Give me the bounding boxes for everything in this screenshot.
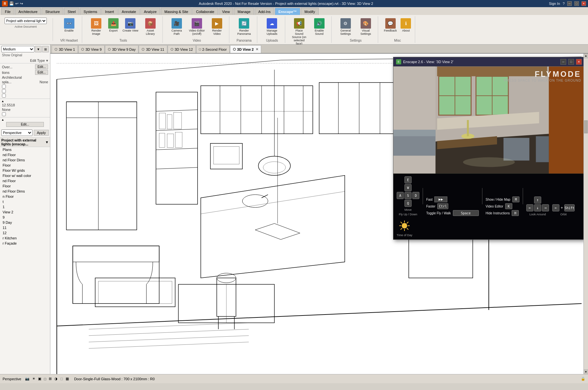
render-image-button[interactable]: 🖼 Render Image [87, 18, 106, 36]
view-item-2nd-floor-dims[interactable]: nd Floor Dims [0, 157, 50, 163]
view-item-kitchen[interactable]: r Kitchen [0, 235, 50, 241]
view-item-2nd-floor[interactable]: nd Floor [0, 152, 50, 157]
options-edit-btn[interactable]: Edit... [35, 70, 48, 75]
svg-marker-73 [393, 67, 436, 174]
place-sound-button[interactable]: 📢 Place Sound Source (on selected face) [290, 18, 309, 46]
type-selector-expand[interactable]: ▼ [35, 46, 42, 52]
tab-3dview2[interactable]: ⬡ 3D View 2 ✕ [230, 45, 261, 53]
sign-in-btn[interactable]: Sign In [549, 2, 560, 6]
view-item-11[interactable]: 11 [0, 225, 50, 230]
view-item-floor2[interactable]: Floor [0, 183, 50, 189]
view-item-floor-wall-color[interactable]: Floor w/ wall color [0, 173, 50, 178]
type-selector-dropdown[interactable]: Medium [1, 46, 34, 52]
view-list-header[interactable]: Project with external lights (enscap... … [0, 138, 50, 147]
svg-rect-19 [175, 132, 182, 147]
scroll-up-btn[interactable]: ▲ [584, 54, 588, 58]
view-item-facade[interactable]: r Façade [0, 241, 50, 246]
info-icon[interactable]: ? [563, 2, 565, 6]
minimize-btn[interactable]: ─ [567, 1, 572, 6]
status-isolate-icon: ▦ [66, 377, 69, 381]
tab-view[interactable]: View [219, 8, 234, 15]
view-item-nd-floor2[interactable]: nd Floor [0, 178, 50, 183]
collapse-icon-extra[interactable]: ▲ [1, 118, 4, 121]
video-editor-button[interactable]: 🎬 Video Editor (on/off) [187, 18, 206, 36]
overrides-edit-btn[interactable]: Edit... [35, 64, 48, 69]
enable-vr-button[interactable]: 👓 Enable [63, 18, 76, 33]
qat-redo[interactable]: ↪ [20, 1, 23, 6]
project-selector[interactable]: Project with external lights (enscap... [5, 18, 47, 24]
drawing-area[interactable]: FRONT RIG E Enscape 2.6 - View: '3D View… [50, 54, 588, 374]
move-label: Move [404, 208, 412, 211]
settings-buttons: ⚙ General Settings 🎨 Visual Settings [336, 16, 375, 39]
tab-3dview1[interactable]: ⬡ 3D View 1 [52, 45, 78, 53]
tab-steel[interactable]: Steel [64, 8, 79, 15]
tab-annotate[interactable]: Annotate [118, 8, 140, 15]
visual-settings-button[interactable]: 🎨 Visual Settings [356, 18, 375, 36]
apply-button[interactable]: Apply [34, 130, 49, 136]
qat-undo[interactable]: ↩ [15, 1, 19, 6]
tab-3dview11[interactable]: ⬡ 3D View 11 [139, 45, 167, 53]
general-settings-button[interactable]: ⚙ General Settings [336, 18, 355, 36]
extents-checkbox[interactable] [2, 112, 6, 116]
svg-rect-62 [95, 278, 175, 307]
tab-3dview2-close[interactable]: ✕ [256, 47, 258, 51]
tab-2ndfloor[interactable]: □ 2-Second Floor [196, 45, 230, 53]
tab-massing[interactable]: Massing & Site [161, 8, 192, 15]
tab-3dview9[interactable]: ⬡ 3D View 9 [78, 45, 105, 53]
view-item-12[interactable]: 12 [0, 230, 50, 235]
about-button[interactable]: ℹ About [399, 18, 412, 33]
enscape-close-btn[interactable]: ✕ [576, 59, 582, 65]
enscape-maximize-btn[interactable]: □ [568, 59, 574, 65]
tab-architecture[interactable]: Architecture [15, 8, 41, 15]
view-item-plans[interactable]: Plans [0, 147, 50, 152]
collapse-icon-scale[interactable]: ▲ [1, 100, 4, 103]
tab-insert[interactable]: Insert [101, 8, 118, 15]
parts-visibility-checkbox[interactable] [2, 89, 6, 93]
create-view-button[interactable]: 📷 Create View [121, 18, 140, 33]
tab-3dview12[interactable]: ⬡ 3D View 12 [168, 45, 196, 53]
scroll-down-btn[interactable]: ▼ [584, 370, 588, 374]
asset-library-button[interactable]: 📦 Asset Library [141, 18, 160, 36]
tab-3dview9day[interactable]: ⬡ 3D View 9 Day [105, 45, 139, 53]
view-item-9[interactable]: 9 [0, 215, 50, 220]
tab-enscape[interactable]: Enscape™ [275, 8, 300, 15]
view-item-nd-floor-dims[interactable]: nd Floor Dims [0, 189, 50, 194]
camera-path-button[interactable]: 🎥 Camera Path [167, 18, 186, 36]
tab-structure[interactable]: Structure [42, 8, 63, 15]
enscape-minimize-btn[interactable]: ─ [560, 59, 566, 65]
qat-save[interactable]: 💾 [9, 1, 14, 6]
view-item-t[interactable]: t [0, 199, 50, 204]
maximize-btn[interactable]: □ [574, 1, 579, 6]
view-item-1[interactable]: 1 [0, 204, 50, 209]
view-item-floor[interactable]: Floor [0, 163, 50, 168]
visibility-checkbox[interactable] [2, 94, 6, 98]
view-item-floor-grids[interactable]: Floor W/ grids [0, 168, 50, 173]
tab-addins[interactable]: Add-Ins [255, 8, 274, 15]
manage-uploads-button[interactable]: ☁ Manage Uploads [262, 18, 281, 36]
export-button[interactable]: 📤 Export [107, 18, 120, 33]
view-item-view2[interactable]: View 2 [0, 209, 50, 215]
tab-modify[interactable]: Modify [301, 8, 318, 15]
close-btn[interactable]: ✕ [582, 1, 586, 6]
feedback-button[interactable]: 💬 Feedback [383, 18, 398, 33]
render-video-button[interactable]: ▶ Render Video [208, 18, 226, 36]
camera-type-select[interactable]: Perspective [1, 129, 32, 136]
tab-collaborate[interactable]: Collaborate [192, 8, 218, 15]
controls-bar: E W A S D Q [393, 174, 584, 239]
view-item-9day[interactable]: 9 Day [0, 220, 50, 225]
tab-systems[interactable]: Systems [80, 8, 101, 15]
svg-point-37 [258, 156, 290, 175]
scroll-thumb[interactable] [584, 120, 588, 133]
tab-manage[interactable]: Manage [234, 8, 254, 15]
vertical-scrollbar[interactable]: ▲ ▼ [583, 54, 588, 374]
view-item-n-floor[interactable]: n Floor [0, 194, 50, 199]
enable-sound-button[interactable]: 🔊 Enable Sound [310, 18, 329, 36]
detail-level-checkbox[interactable] [2, 85, 6, 88]
tab-file[interactable]: File [1, 8, 14, 15]
tab-analyze[interactable]: Analyze [140, 8, 160, 15]
scroll-track[interactable] [584, 58, 588, 370]
extra-edit-btn[interactable]: Edit... [6, 122, 44, 127]
render-panorama-button[interactable]: 🔄 Render Panorama [235, 18, 253, 36]
type-selector-expand2[interactable]: ⊞ [42, 46, 49, 52]
general-settings-icon: ⚙ [340, 18, 351, 29]
